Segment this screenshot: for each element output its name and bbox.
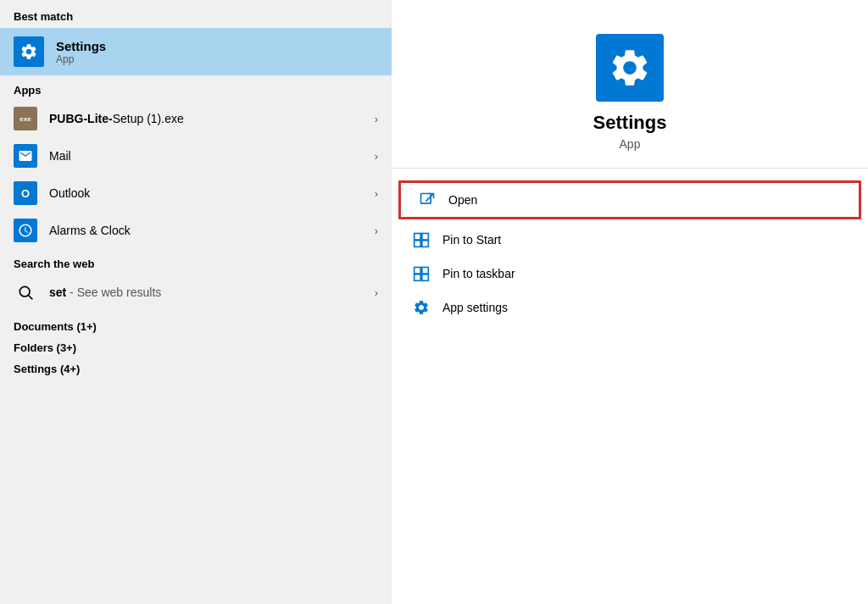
- pin-taskbar-label: Pin to taskbar: [442, 267, 515, 280]
- best-match-name: Settings: [56, 39, 106, 53]
- folders-link[interactable]: Folders (3+): [14, 339, 378, 357]
- mail-icon: [14, 144, 37, 168]
- app-detail-name: Settings: [593, 112, 667, 134]
- app-item-alarms[interactable]: Alarms & Clock ›: [0, 212, 392, 249]
- app-detail-panel: Settings App Open: [392, 0, 868, 604]
- search-hint: - See web results: [66, 285, 161, 299]
- search-query: set: [49, 285, 66, 299]
- best-match-type: App: [56, 53, 106, 65]
- chevron-icon: ›: [375, 286, 378, 299]
- outlook-icon: O: [14, 181, 37, 205]
- app-item-mail[interactable]: Mail ›: [0, 137, 392, 175]
- app-name-outlook: Outlook: [49, 186, 363, 200]
- context-pin-start[interactable]: Pin to Start: [392, 223, 868, 257]
- best-match-label: Best match: [0, 0, 392, 28]
- settings-app-icon: [14, 36, 44, 67]
- app-name-mail: Mail: [49, 149, 363, 163]
- open-icon: [418, 191, 437, 209]
- context-menu: Open Pin to Start: [392, 169, 868, 333]
- gear-detail-icon: [608, 46, 652, 90]
- app-detail-type: App: [620, 137, 641, 151]
- search-icon: [14, 280, 37, 304]
- pin-start-label: Pin to Start: [442, 233, 501, 247]
- documents-link[interactable]: Documents (1+): [14, 318, 378, 335]
- svg-rect-7: [422, 241, 429, 247]
- svg-rect-8: [415, 268, 421, 274]
- chevron-icon: ›: [375, 224, 378, 237]
- bottom-links: Documents (1+) Folders (3+) Settings (4+…: [0, 311, 392, 385]
- app-name-alarms: Alarms & Clock: [49, 224, 363, 237]
- app-name-pubg: PUBG-Lite-Setup (1).exe: [49, 112, 363, 125]
- search-results-panel: Best match Settings App Apps exe PUBG-Li…: [0, 0, 392, 604]
- svg-rect-6: [415, 241, 421, 247]
- app-detail-section: Settings App: [392, 0, 868, 169]
- context-open[interactable]: Open: [398, 180, 861, 219]
- chevron-icon: ›: [375, 187, 378, 200]
- search-web-item[interactable]: set - See web results ›: [0, 274, 392, 311]
- chevron-icon: ›: [375, 150, 378, 163]
- app-settings-icon: [412, 298, 431, 317]
- app-settings-label: App settings: [442, 301, 508, 314]
- best-match-text: Settings App: [56, 39, 106, 65]
- svg-rect-11: [422, 274, 429, 281]
- gear-icon: [19, 42, 38, 61]
- svg-rect-9: [422, 268, 429, 274]
- context-app-settings[interactable]: App settings: [392, 291, 868, 324]
- pin-taskbar-icon: [412, 264, 431, 283]
- app-item-pubg[interactable]: exe PUBG-Lite-Setup (1).exe ›: [0, 100, 392, 137]
- search-web-label: Search the web: [0, 249, 392, 274]
- chevron-icon: ›: [375, 113, 378, 125]
- search-web-text: set - See web results: [49, 285, 363, 299]
- pubg-icon: exe: [14, 107, 37, 130]
- app-item-outlook[interactable]: O Outlook ›: [0, 175, 392, 212]
- svg-rect-4: [415, 234, 421, 241]
- settings-link[interactable]: Settings (4+): [14, 360, 378, 378]
- svg-point-0: [19, 286, 30, 296]
- apps-section-label: Apps: [0, 75, 392, 100]
- svg-line-1: [29, 296, 33, 300]
- settings-detail-icon: [596, 34, 664, 102]
- open-label: Open: [448, 193, 477, 207]
- alarms-icon: [14, 219, 37, 242]
- svg-rect-10: [415, 274, 421, 281]
- pin-start-icon: [412, 230, 431, 249]
- svg-line-3: [426, 194, 433, 202]
- svg-rect-5: [422, 234, 429, 241]
- best-match-item[interactable]: Settings App: [0, 28, 392, 75]
- context-pin-taskbar[interactable]: Pin to taskbar: [392, 257, 868, 291]
